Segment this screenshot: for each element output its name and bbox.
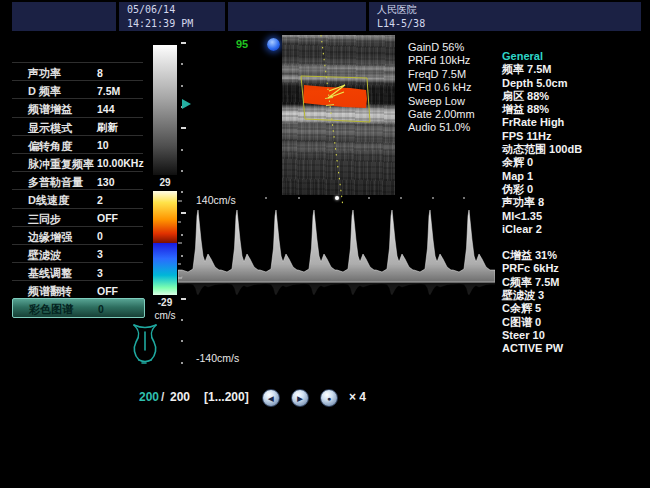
depth-tick (181, 127, 186, 129)
info-line: MI<1.35 (502, 210, 648, 223)
menu-item-显示模式[interactable]: 显示模式刷新 (12, 117, 143, 135)
patient-info-box (12, 2, 116, 31)
depth-tick (181, 42, 186, 44)
cine-bar: 200 / 200 [1...200] ◀ ▶ ● × 4 (0, 385, 650, 413)
menu-item-壁滤波[interactable]: 壁滤波3 (12, 244, 143, 262)
menu-item-value: 3 (97, 248, 103, 260)
info-line: 余辉 0 (502, 156, 648, 169)
grayscale-bar (153, 45, 177, 175)
menu-item-value: 7.5M (97, 85, 120, 97)
info-line: Map 1 (502, 170, 648, 183)
info-line: Gate 2.00mm (408, 108, 475, 121)
menu-item-label: 三同步 (28, 212, 61, 227)
time-text: 14:21:39 PM (119, 16, 225, 30)
menu-item-频谱翻转[interactable]: 频谱翻转OFF (12, 280, 143, 298)
menu-item-value: 8 (97, 67, 103, 79)
time-tick-dot (400, 197, 402, 199)
info-line: 壁滤波 3 (502, 289, 648, 302)
menu-item-label: 偏转角度 (28, 139, 72, 154)
menu-item-三同步[interactable]: 三同步OFF (12, 208, 143, 226)
color-bar-negative (153, 243, 177, 295)
time-tick-dot (432, 197, 434, 199)
menu-item-label: 彩色图谱 (29, 302, 73, 317)
depth-tick (181, 149, 183, 151)
cine-speed: × 4 (349, 390, 366, 404)
menu-item-label: D 频率 (28, 84, 61, 99)
focus-marker-icon (182, 99, 191, 109)
menu-item-频谱增益[interactable]: 频谱增益144 (12, 98, 143, 116)
cine-play-button[interactable]: ▶ (291, 389, 309, 407)
stop-icon: ● (327, 395, 331, 402)
color-doppler-bar (153, 191, 177, 295)
time-tick-dot (463, 197, 465, 199)
cine-prev-button[interactable]: ◀ (262, 389, 280, 407)
info-line: 频率 7.5M (502, 63, 648, 76)
menu-item-value: 刷新 (97, 121, 118, 135)
depth-tick (181, 85, 183, 87)
menu-item-D 频率[interactable]: D 频率7.5M (12, 80, 143, 98)
body-marker-icon (126, 319, 164, 365)
menu-item-value: 10.00KHz (97, 157, 144, 169)
info-line: ACTIVE PW (502, 342, 648, 355)
menu-item-value: 10 (97, 139, 109, 151)
menu-item-声功率[interactable]: 声功率8 (12, 62, 143, 80)
bmode-info-lines: 频率 7.5MDepth 5.0cm扇区 88%增益 88%FrRate Hig… (502, 63, 648, 236)
color-scale-max: 29 (153, 177, 177, 188)
menu-item-label: 壁滤波 (28, 248, 61, 263)
menu-item-value: 0 (98, 303, 104, 315)
info-line: GainD 56% (408, 41, 475, 54)
hospital-box: 人民医院 L14-5/38 (369, 2, 641, 31)
color-scale-min: -29 (150, 297, 180, 308)
ultrasound-screen: 05/06/14 14:21:39 PM 人民医院 L14-5/38 声功率8D… (0, 0, 650, 488)
menu-item-label: 显示模式 (28, 121, 72, 136)
menu-item-脉冲重复频率[interactable]: 脉冲重复频率10.00KHz (12, 153, 143, 171)
cine-stop-button[interactable]: ● (320, 389, 338, 407)
cine-range: [1...200] (204, 390, 249, 404)
info-line: PRFd 10kHz (408, 54, 475, 67)
probe-model: L14-5/38 (369, 16, 641, 30)
depth-tick (181, 63, 183, 65)
info-line: WFd 0.6 kHz (408, 81, 475, 94)
blue-indicator-icon (267, 38, 280, 51)
time-tick-dot (298, 197, 300, 199)
time-tick-dot (368, 197, 370, 199)
menu-item-彩色图谱[interactable]: 彩色图谱0 (12, 298, 145, 317)
menu-item-label: D线速度 (28, 193, 69, 208)
info-line: PRFc 6kHz (502, 262, 648, 275)
color-info-lines: C增益 31%PRFc 6kHzC频率 7.5M壁滤波 3C余辉 5C图谱 0S… (502, 249, 648, 355)
menu-item-label: 声功率 (28, 66, 61, 81)
menu-item-偏转角度[interactable]: 偏转角度10 (12, 135, 143, 153)
date-text: 05/06/14 (119, 2, 225, 16)
menu-item-value: OFF (97, 212, 118, 224)
info-line: C图谱 0 (502, 316, 648, 329)
info-line: 扇区 88% (502, 90, 648, 103)
doppler-params: GainD 56%PRFd 10kHzFreqD 7.5MWFd 0.6 kHz… (408, 41, 475, 135)
bmode-overlay (282, 35, 395, 210)
velocity-ticks (178, 201, 182, 278)
info-line: iClear 2 (502, 223, 648, 236)
cine-total-frames: 200 (170, 390, 190, 404)
menu-item-多普勒音量[interactable]: 多普勒音量130 (12, 171, 143, 189)
menu-item-D线速度[interactable]: D线速度2 (12, 189, 143, 207)
menu-item-label: 频谱增益 (28, 102, 72, 117)
datetime-box: 05/06/14 14:21:39 PM (119, 2, 225, 31)
menu-item-基线调整[interactable]: 基线调整3 (12, 262, 143, 280)
exam-info-box (228, 2, 366, 31)
menu-item-label: 基线调整 (28, 266, 72, 281)
info-line: C增益 31% (502, 249, 648, 262)
info-line: FrRate High (502, 116, 648, 129)
info-line: C余辉 5 (502, 302, 648, 315)
menu-item-label: 多普勒音量 (28, 175, 83, 190)
depth-tick (181, 170, 183, 172)
menu-item-label: 频谱翻转 (28, 284, 72, 299)
menu-item-边缘增强[interactable]: 边缘增强0 (12, 226, 143, 244)
menu-item-label: 脉冲重复频率 (28, 157, 94, 172)
color-bar-positive (153, 191, 177, 243)
bgain-value: 95 (236, 38, 248, 50)
time-tick-dot (265, 197, 267, 199)
menu-item-value: 130 (97, 176, 115, 188)
info-line: Depth 5.0cm (502, 77, 648, 90)
doppler-cursor-line (321, 35, 343, 207)
menu-item-value: OFF (97, 285, 118, 297)
menu-item-value: 2 (97, 194, 103, 206)
